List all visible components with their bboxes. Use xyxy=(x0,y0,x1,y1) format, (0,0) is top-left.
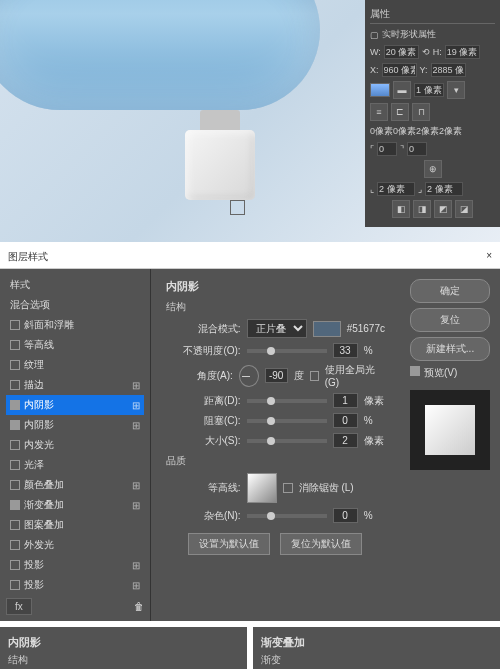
fx-label: 投影 xyxy=(24,558,44,572)
close-icon[interactable]: × xyxy=(486,250,492,264)
px-label-2: 像素 xyxy=(364,434,384,448)
fx-item-7[interactable]: 光泽 xyxy=(6,455,144,475)
y-input[interactable] xyxy=(431,63,466,77)
corner-br-icon: ⌟ xyxy=(418,184,422,194)
height-input[interactable] xyxy=(445,45,480,59)
fx-checkbox[interactable] xyxy=(10,440,20,450)
plus-icon[interactable]: ⊞ xyxy=(132,400,140,411)
y-label: Y: xyxy=(420,65,428,75)
layer-style-dialog: 图层样式 × 样式 混合选项 斜面和浮雕等高线纹理描边⊞内阴影⊞内阴影⊞内发光光… xyxy=(0,246,500,621)
fx-checkbox[interactable] xyxy=(10,500,20,510)
canvas-viewport[interactable]: 属性 ▢实时形状属性 W: ⟲ H: X: Y: ▬ ▾ ≡⊏⊓ 0像素0像素2… xyxy=(0,0,500,242)
plus-icon[interactable]: ⊞ xyxy=(132,560,140,571)
pf-icon-1[interactable]: ◧ xyxy=(392,200,410,218)
width-input[interactable] xyxy=(384,45,419,59)
styles-header[interactable]: 样式 xyxy=(6,275,144,295)
corner-br-input[interactable] xyxy=(425,182,463,196)
fx-item-4[interactable]: 内阴影⊞ xyxy=(6,395,144,415)
x-input[interactable] xyxy=(382,63,417,77)
choke-value[interactable]: 0 xyxy=(333,413,358,428)
fx-checkbox[interactable] xyxy=(10,380,20,390)
angle-dial[interactable] xyxy=(239,365,259,387)
fx-checkbox[interactable] xyxy=(10,480,20,490)
new-style-button[interactable]: 新建样式... xyxy=(410,337,490,361)
fx-label: 内发光 xyxy=(24,438,54,452)
fx-item-2[interactable]: 纹理 xyxy=(6,355,144,375)
antialias-checkbox[interactable] xyxy=(283,483,293,493)
pf-icon-3[interactable]: ◩ xyxy=(434,200,452,218)
choke-slider[interactable] xyxy=(247,419,327,423)
reset-default-button[interactable]: 复位为默认值 xyxy=(280,533,362,555)
fx-checkbox[interactable] xyxy=(10,540,20,550)
pf-icon-4[interactable]: ◪ xyxy=(455,200,473,218)
size-value[interactable]: 2 xyxy=(333,433,358,448)
fx-checkbox[interactable] xyxy=(10,400,20,410)
plus-icon[interactable]: ⊞ xyxy=(132,580,140,591)
fx-item-13[interactable]: 投影⊞ xyxy=(6,575,144,595)
plus-icon[interactable]: ⊞ xyxy=(132,480,140,491)
plus-icon[interactable]: ⊞ xyxy=(132,500,140,511)
fx-item-9[interactable]: 渐变叠加⊞ xyxy=(6,495,144,515)
noise-slider[interactable] xyxy=(247,514,327,518)
fill-swatch[interactable] xyxy=(370,83,390,97)
fx-item-12[interactable]: 投影⊞ xyxy=(6,555,144,575)
angle-label: 角度(A): xyxy=(166,369,233,383)
corner-tr-input[interactable] xyxy=(407,142,427,156)
opacity-slider[interactable] xyxy=(247,349,327,353)
plus-icon[interactable]: ⊞ xyxy=(132,380,140,391)
fx-checkbox[interactable] xyxy=(10,460,20,470)
make-default-button[interactable]: 设置为默认值 xyxy=(188,533,270,555)
cap-icon[interactable]: ⊏ xyxy=(391,103,409,121)
fx-item-6[interactable]: 内发光 xyxy=(6,435,144,455)
corner-bl-input[interactable] xyxy=(377,182,415,196)
stroke-swatch[interactable]: ▬ xyxy=(393,81,411,99)
fx-checkbox[interactable] xyxy=(10,520,20,530)
blend-mode-select[interactable]: 正片叠底 xyxy=(247,319,307,338)
align-icon[interactable]: ≡ xyxy=(370,103,388,121)
link-corners-icon[interactable]: ⊕ xyxy=(424,160,442,178)
selection-box[interactable] xyxy=(230,200,245,215)
fx-item-1[interactable]: 等高线 xyxy=(6,335,144,355)
trash-icon[interactable]: 🗑 xyxy=(134,601,144,612)
cancel-button[interactable]: 复位 xyxy=(410,308,490,332)
color-swatch[interactable] xyxy=(313,321,341,337)
fx-checkbox[interactable] xyxy=(10,560,20,570)
noise-value[interactable]: 0 xyxy=(333,508,358,523)
distance-slider[interactable] xyxy=(247,399,327,403)
pf-icon-2[interactable]: ◨ xyxy=(413,200,431,218)
fx-item-8[interactable]: 颜色叠加⊞ xyxy=(6,475,144,495)
blend-options[interactable]: 混合选项 xyxy=(6,295,144,315)
opacity-value[interactable]: 33 xyxy=(333,343,358,358)
fx-item-10[interactable]: 图案叠加 xyxy=(6,515,144,535)
fx-item-11[interactable]: 外发光 xyxy=(6,535,144,555)
link-icon[interactable]: ⟲ xyxy=(422,47,430,57)
stroke-type-dropdown[interactable]: ▾ xyxy=(447,81,465,99)
corner-tl-input[interactable] xyxy=(377,142,397,156)
fx-checkbox[interactable] xyxy=(10,420,20,430)
pct-label-3: % xyxy=(364,510,373,521)
fx-checkbox[interactable] xyxy=(10,580,20,590)
contour-picker[interactable] xyxy=(247,473,277,503)
fx-item-3[interactable]: 描边⊞ xyxy=(6,375,144,395)
size-slider[interactable] xyxy=(247,439,327,443)
fx-checkbox[interactable] xyxy=(10,360,20,370)
pct-label-2: % xyxy=(364,415,373,426)
preview-checkbox[interactable] xyxy=(410,366,420,376)
global-light-checkbox[interactable] xyxy=(310,371,319,381)
distance-value[interactable]: 1 xyxy=(333,393,358,408)
ok-button[interactable]: 确定 xyxy=(410,279,490,303)
fx-label: 投影 xyxy=(24,578,44,592)
fx-checkbox[interactable] xyxy=(10,340,20,350)
deg-label: 度 xyxy=(294,369,304,383)
fx-item-5[interactable]: 内阴影⊞ xyxy=(6,415,144,435)
fx-item-0[interactable]: 斜面和浮雕 xyxy=(6,315,144,335)
fx-button[interactable]: fx xyxy=(6,598,32,615)
panel2-struct: 结构 xyxy=(8,653,239,667)
plus-icon[interactable]: ⊞ xyxy=(132,420,140,431)
angle-value[interactable]: -90 xyxy=(265,368,288,383)
join-icon[interactable]: ⊓ xyxy=(412,103,430,121)
size-label: 大小(S): xyxy=(166,434,241,448)
fx-checkbox[interactable] xyxy=(10,320,20,330)
properties-panel: 属性 ▢实时形状属性 W: ⟲ H: X: Y: ▬ ▾ ≡⊏⊓ 0像素0像素2… xyxy=(365,0,500,227)
stroke-width-input[interactable] xyxy=(414,83,444,97)
